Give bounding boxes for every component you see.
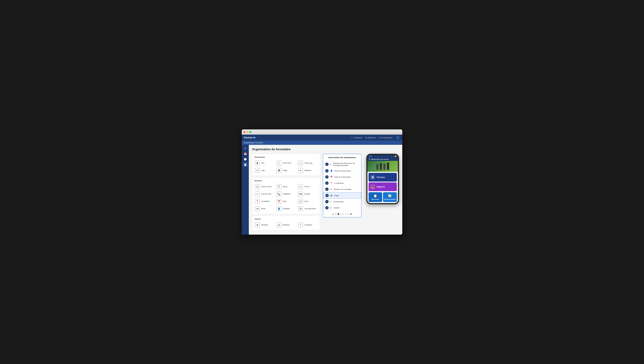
liens-label: Liens (304, 200, 308, 202)
item-nombre[interactable]: 123 Nombre (298, 191, 318, 197)
preview-row-1[interactable]: 1 A Maintenance des bornes de recharge é… (323, 161, 361, 168)
item-image[interactable]: 🖼 Image (276, 167, 296, 173)
presentation-section: Présentation A Titre ≡ Texte Court (252, 154, 320, 176)
phone-image-overlay (368, 161, 398, 172)
row-2-label: Nom de l'intervenant (334, 170, 350, 172)
sync-label: Synchronisation (384, 199, 396, 200)
nav-item-parametrages[interactable]: ⚙ Paramétrages (379, 137, 392, 139)
phone-menu-planning[interactable]: ⊞ Planning (368, 173, 397, 181)
phone-menu-fiches[interactable]: 📋 Mes fiches (368, 192, 382, 202)
phone-menu-synchronisation[interactable]: 🔄 Synchronisation (383, 192, 397, 202)
item-localisation[interactable]: 📍 Localisation (254, 198, 275, 204)
pagination-dots: ⊖ ⊕ (323, 211, 361, 217)
app-header: Daxium AI ⚠ Conditions ⊞ Workflows ⚙ Par… (242, 135, 402, 141)
item-texte-long[interactable]: «» Texte Long (298, 160, 318, 166)
preview-row-4[interactable]: 4 📍 Localisation (323, 180, 361, 186)
item-workflow[interactable]: ⊞ Workflow (254, 222, 275, 228)
date-label: Date (283, 200, 286, 202)
phone-status-bar: 9:41 📶 (368, 155, 398, 157)
logo-label: Logo (261, 169, 265, 171)
page-content: Organisation du formulaire Présentation … (249, 145, 402, 235)
row-5-label: Déclarer une anomalie (334, 188, 352, 190)
user-avatar[interactable]: 👤 (396, 135, 400, 140)
liste-deroulante-label: Liste déroulante (304, 208, 316, 210)
row-6-icon: 🖼 (330, 195, 332, 197)
signal-icons: 📶 (395, 155, 396, 157)
dot-2[interactable] (338, 213, 339, 215)
item-titre[interactable]: A Titre (254, 160, 275, 166)
case-cocher-label: Case à cocher (261, 186, 272, 188)
item-date[interactable]: 📅 Date (276, 198, 296, 204)
nombre-label: Nombre (304, 193, 310, 195)
nombre-icon: 123 (298, 192, 303, 197)
item-logo[interactable]: ↺ Logo (254, 167, 275, 173)
row-1-label: Maintenance des bornes de recharge élect… (333, 162, 359, 166)
item-duree[interactable]: ⏱ Durée (276, 184, 296, 190)
item-liste-deroulante[interactable]: ☰ Liste déroulante (298, 206, 318, 212)
dot-1[interactable] (335, 213, 336, 215)
title-bar (242, 129, 402, 135)
mac-window: Daxium AI ⚠ Conditions ⊞ Workflows ⚙ Par… (242, 129, 402, 235)
dot-plus[interactable]: ⊕ (350, 213, 352, 216)
item-texte-court[interactable]: ≡ Texte Court (276, 160, 296, 166)
row-8-label: Criticité (334, 207, 340, 209)
row-number-1: 1 (325, 163, 328, 166)
close-button[interactable] (243, 131, 245, 133)
dot-3[interactable] (340, 213, 342, 215)
dot-4[interactable] (343, 213, 344, 215)
minimize-button[interactable] (246, 131, 248, 133)
preview-row-3[interactable]: 3 📅 Date de l'intervention (323, 174, 361, 180)
phone-menu-rapports[interactable]: 📤 Rapports (368, 183, 397, 191)
rapports-icon: 📤 (370, 184, 375, 189)
form-builder: Présentation A Titre ≡ Texte Court (252, 154, 399, 232)
avance-expand-arrow[interactable]: › (318, 228, 321, 231)
nav-item-conditions[interactable]: ⚠ Conditions (351, 137, 362, 139)
rapports-label: Rapports (377, 186, 385, 188)
header-nav: ⚠ Conditions ⊞ Workflows ⚙ Paramétrages … (351, 135, 400, 140)
traffic-lights (243, 131, 251, 133)
liste-choix-icon: ≡• (255, 192, 260, 197)
donnees-expand-arrow[interactable]: › (318, 212, 321, 215)
item-utilisateur[interactable]: 👤 Utilisateur (276, 206, 296, 212)
item-liens[interactable]: 🔗 Liens (298, 198, 318, 204)
texte-long-label: Texte Long (304, 162, 312, 164)
row-number-8: 8 (325, 206, 328, 209)
preview-row-7[interactable]: 7 ≡ Commentaire (323, 199, 361, 205)
row-number-7: 7 (325, 200, 328, 203)
item-fichier[interactable]: 📎 Fichier (298, 184, 318, 190)
presentation-items-grid: A Titre ≡ Texte Court «» Texte Long (254, 160, 318, 173)
item-email[interactable]: ✉ Email (254, 206, 275, 212)
item-telephone[interactable]: 📞 Téléphone (276, 191, 296, 197)
main-content: ⊞ 📅 🕐 📋 Organisation du formulaire Prése… (242, 145, 402, 235)
row-5-icon: ☑ (330, 188, 332, 191)
item-conditions[interactable]: ! Conditions (298, 222, 318, 228)
preview-row-5[interactable]: 5 ☑ Déclarer une anomalie (323, 186, 361, 192)
nav-item-workflows[interactable]: ⊞ Workflows (365, 137, 376, 139)
preview-row-8[interactable]: 8 ☑ Criticité (323, 205, 361, 211)
dot-5[interactable] (345, 213, 346, 215)
localisation-icon: 📍 (255, 199, 260, 204)
row-number-2: 2 (325, 169, 328, 172)
maximize-button[interactable] (249, 131, 251, 133)
phone-hero-image (368, 161, 398, 172)
sidebar-item-forms[interactable]: 📋 (243, 162, 248, 167)
preview-row-2[interactable]: 2 👤 Nom de l'intervenant (323, 168, 361, 174)
dot-minus[interactable]: ⊖ (332, 213, 334, 215)
phone-title: Maintenance des bornes (371, 158, 389, 160)
item-signature[interactable]: ✒ Signature (298, 167, 318, 173)
sidebar-item-clock[interactable]: 🕐 (243, 157, 248, 162)
row-number-6: 6 (326, 194, 329, 197)
item-relations[interactable]: ⇄ Relations (276, 222, 296, 228)
breadcrumb-text: Paramétrage Formulaire (244, 142, 263, 144)
item-liste-choix[interactable]: ≡• Liste de choix (254, 191, 275, 197)
dot-6[interactable] (348, 213, 349, 215)
row-8-icon: ☑ (330, 207, 332, 209)
conditions-icon: ! (298, 223, 303, 227)
preview-header: Intervention de maintenance (323, 154, 361, 161)
preview-row-6[interactable]: 6 🖼 Image (323, 192, 361, 199)
sidebar-item-grid[interactable]: ⊞ (243, 146, 248, 151)
row-number-5: 5 (325, 188, 328, 191)
fichier-icon: 📎 (298, 184, 303, 189)
sidebar-item-calendar[interactable]: 📅 (243, 151, 248, 156)
item-case-cocher[interactable]: ☑ Case à cocher (254, 184, 275, 190)
